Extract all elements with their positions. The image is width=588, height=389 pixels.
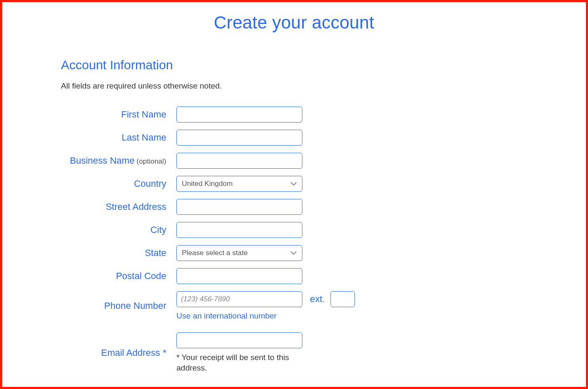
email-address-input[interactable] (176, 332, 302, 348)
state-select-value: Please select a state (182, 249, 248, 257)
input-area-street-address (176, 199, 302, 215)
country-select[interactable]: United Kingdom (176, 176, 302, 192)
business-name-input[interactable] (176, 153, 302, 169)
label-street-address: Street Address (61, 201, 176, 212)
phone-ext-input[interactable] (331, 291, 355, 307)
input-area-city (176, 222, 302, 238)
row-state: State Please select a state (61, 245, 527, 261)
row-email-address: Email Address * * Your receipt will be s… (61, 332, 527, 373)
state-select[interactable]: Please select a state (176, 245, 302, 261)
input-area-postal-code (176, 268, 302, 284)
input-area-state: Please select a state (176, 245, 302, 261)
international-number-link[interactable]: Use an international number (176, 311, 355, 321)
phone-number-input[interactable] (176, 291, 302, 307)
label-business-name: Business Name (optional) (61, 155, 176, 166)
label-business-name-text: Business Name (70, 155, 134, 166)
chevron-down-icon (290, 250, 297, 256)
input-area-business-name (176, 153, 302, 169)
row-city: City (61, 222, 527, 238)
last-name-input[interactable] (176, 130, 302, 146)
section-title: Account Information (61, 58, 527, 72)
input-area-country: United Kingdom (176, 176, 302, 192)
label-postal-code: Postal Code (61, 271, 176, 282)
first-name-input[interactable] (176, 107, 302, 123)
row-street-address: Street Address (61, 199, 527, 215)
label-state: State (61, 248, 176, 258)
content-area: Create your account Account Information … (2, 2, 586, 373)
label-phone-number: Phone Number (61, 300, 176, 311)
input-area-phone: ext. Use an international number (176, 291, 355, 321)
email-receipt-note: * Your receipt will be sent to this addr… (176, 352, 302, 373)
row-business-name: Business Name (optional) (61, 153, 527, 169)
city-input[interactable] (176, 222, 302, 238)
label-business-optional: (optional) (134, 157, 166, 165)
chevron-down-icon (290, 180, 297, 187)
phone-input-row: ext. (176, 291, 355, 307)
row-phone-number: Phone Number ext. Use an international n… (61, 291, 527, 321)
row-postal-code: Postal Code (61, 268, 527, 284)
row-country: Country United Kingdom (61, 176, 527, 192)
page-title: Create your account (61, 13, 527, 33)
input-area-email: * Your receipt will be sent to this addr… (176, 332, 302, 373)
label-city: City (61, 225, 176, 235)
row-last-name: Last Name (61, 130, 527, 146)
country-select-value: United Kingdom (182, 180, 233, 188)
label-email-address: Email Address * (61, 347, 176, 358)
input-area-first-name (176, 107, 302, 123)
row-first-name: First Name (61, 107, 527, 123)
label-first-name: First Name (61, 109, 176, 120)
label-last-name: Last Name (61, 132, 176, 143)
postal-code-input[interactable] (176, 268, 302, 284)
label-ext: ext. (310, 294, 325, 305)
page-frame: Create your account Account Information … (0, 0, 588, 389)
input-area-last-name (176, 130, 302, 146)
street-address-input[interactable] (176, 199, 302, 215)
label-country: Country (61, 178, 176, 189)
required-fields-note: All fields are required unless otherwise… (61, 81, 527, 91)
